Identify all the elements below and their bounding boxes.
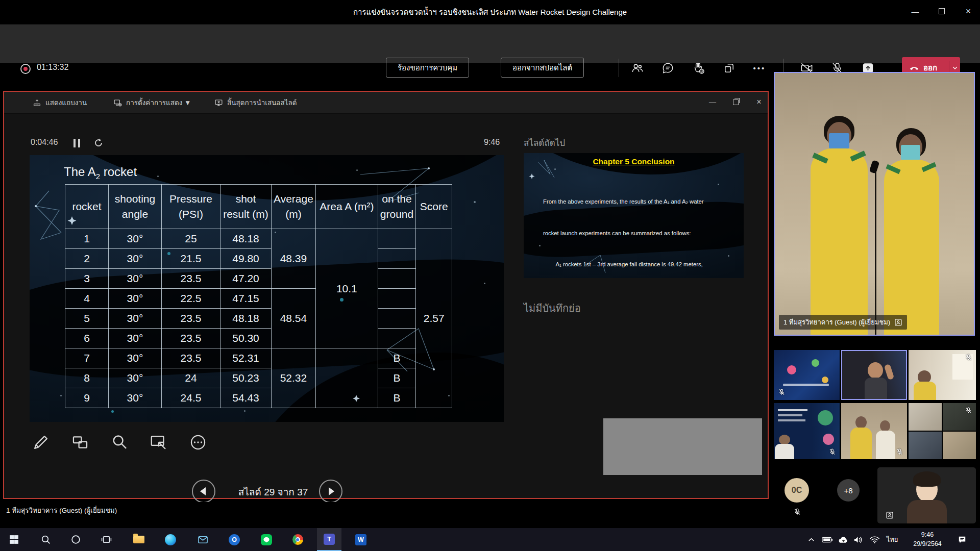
line-button[interactable]: [254, 528, 279, 551]
display-settings-icon: [113, 98, 122, 107]
slide-title: The A2 rocket: [64, 165, 137, 181]
chrome-button[interactable]: [285, 528, 310, 551]
table-cell-area-a: 10.1: [315, 229, 378, 348]
search-icon: [40, 534, 51, 545]
teams-button-active[interactable]: T: [317, 528, 341, 551]
volume-tray-icon[interactable]: [851, 528, 866, 551]
table-cell: 7: [65, 348, 109, 368]
ppt-show-taskbar-button[interactable]: แสดงแถบงาน: [33, 96, 87, 109]
mail-button[interactable]: [190, 528, 215, 551]
ppt-minimize-button[interactable]: —: [704, 95, 721, 109]
ellipsis-icon: •••: [753, 64, 766, 72]
overflow-participant-avatar[interactable]: 0C: [785, 478, 809, 503]
ppt-restore-button[interactable]: [727, 95, 744, 109]
end-slideshow-label: สิ้นสุดการนำเสนอสไลด์: [227, 97, 297, 108]
edge-icon: [165, 534, 176, 545]
main-participant-name-overlay: 1 ทีมสุรวิทยาคาร (Guest) (ผู้เยี่ยมชม): [779, 315, 907, 330]
participants-button[interactable]: [626, 57, 648, 79]
outlook-button[interactable]: O: [222, 528, 247, 551]
table-cell: 30°: [109, 229, 162, 249]
pause-icon: [78, 139, 80, 147]
language-indicator[interactable]: ไทย: [883, 528, 901, 551]
window-close-button[interactable]: ×: [957, 1, 980, 21]
wifi-tray-icon[interactable]: [867, 528, 881, 551]
cortana-button[interactable]: [63, 528, 88, 551]
request-control-button[interactable]: ร้องขอการควบคุม: [386, 58, 469, 78]
more-participants-badge[interactable]: +8: [837, 479, 860, 502]
breakout-rooms-icon: [722, 61, 736, 75]
participant-thumbnail[interactable]: [774, 350, 840, 400]
onedrive-tray-icon[interactable]: [836, 528, 850, 551]
table-cell-score: 2.57: [416, 229, 452, 408]
action-center-button[interactable]: [953, 528, 971, 551]
teams-icon: T: [324, 534, 335, 545]
replay-button[interactable]: [93, 137, 104, 148]
people-icon: [630, 61, 644, 75]
slide-thumbnails-button[interactable]: [69, 431, 91, 454]
slides-grid-icon: [70, 433, 90, 452]
start-button[interactable]: [2, 528, 26, 551]
participant-thumbnail[interactable]: [774, 403, 840, 459]
laser-pointer-button[interactable]: [148, 431, 170, 454]
table-row: 3 30° 23.5 47.20: [65, 269, 452, 289]
previous-slide-button[interactable]: [192, 480, 215, 503]
taskbar-clock[interactable]: 9:46 29/9/2564: [904, 530, 950, 548]
window-restore-button[interactable]: [930, 1, 953, 21]
table-cell: 5: [65, 309, 109, 329]
next-slide-button[interactable]: [319, 480, 342, 503]
table-cell: [378, 329, 415, 348]
taskbar-search-button[interactable]: [33, 528, 58, 551]
file-explorer-button[interactable]: [127, 528, 151, 551]
toolbar-divider: [619, 59, 619, 77]
participant-thumbnail[interactable]: [909, 350, 976, 400]
table-cell: [378, 289, 415, 309]
table-cell: 52.31: [220, 348, 272, 368]
table-header-row: rocket shooting angle Pressure (PSI) sho…: [65, 185, 452, 229]
table-row: 8 30° 24 50.23 B: [65, 368, 452, 388]
table-cell: 24.5: [162, 388, 220, 408]
pen-tool-button[interactable]: [30, 431, 52, 454]
breakout-rooms-button[interactable]: [718, 57, 740, 79]
meeting-toolbar: 01:13:32 ร้องขอการควบคุม ออกจากสปอดไลต์ …: [0, 24, 980, 63]
table-cell: 50.23: [220, 368, 272, 388]
zoom-tool-button[interactable]: [108, 431, 131, 454]
arrow-left-icon: [200, 487, 206, 495]
table-cell: 21.5: [162, 249, 220, 269]
battery-tray-icon[interactable]: [820, 528, 835, 551]
ppt-display-settings-button[interactable]: การตั้งค่าการแสดง ▼: [113, 96, 191, 109]
table-cell-average: 48.39: [272, 229, 316, 289]
more-circle-icon: [188, 433, 208, 452]
table-cell: 2: [65, 249, 109, 269]
table-cell: 8: [65, 368, 109, 388]
table-row: 7 30° 23.5 52.31 52.32 B: [65, 348, 452, 368]
pause-button[interactable]: [74, 139, 83, 148]
window-minimize-button[interactable]: —: [903, 1, 927, 21]
edge-button[interactable]: [158, 528, 183, 551]
tray-expand-button[interactable]: [804, 528, 818, 551]
presenter-name: 1 ทีมสุรวิทยาคาร (Guest) (ผู้เยี่ยมชม): [6, 505, 117, 516]
chat-button[interactable]: [656, 57, 679, 79]
more-options-button[interactable]: •••: [748, 57, 771, 79]
playback-elapsed-time: 0:04:46: [31, 138, 58, 147]
table-header: Area A (m²): [315, 185, 378, 229]
ppt-close-button[interactable]: ×: [750, 95, 768, 109]
participant-thumbnail[interactable]: [841, 403, 907, 459]
mic-off-icon: [793, 508, 801, 516]
self-video-tile[interactable]: [877, 467, 976, 523]
word-button[interactable]: W: [349, 528, 373, 551]
more-slide-options-button[interactable]: [187, 431, 209, 454]
main-participant-video[interactable]: 1 ทีมสุรวิทยาคาร (Guest) (ผู้เยี่ยมชม): [774, 72, 975, 336]
exit-spotlight-button[interactable]: ออกจากสปอดไลต์: [501, 58, 584, 78]
table-cell: 47.15: [220, 289, 272, 309]
raised-hand-icon: [692, 61, 705, 75]
table-cell: 30°: [109, 269, 162, 289]
participant-thumbnail-grid[interactable]: [909, 403, 976, 459]
participant-thumbnail-speaking[interactable]: [841, 350, 907, 400]
main-participant-name: 1 ทีมสุรวิทยาคาร (Guest) (ผู้เยี่ยมชม): [783, 317, 890, 328]
ppt-end-slideshow-button[interactable]: สิ้นสุดการนำเสนอสไลด์: [214, 96, 297, 109]
next-slide-title: Chapter 5 Conclusion: [524, 157, 744, 166]
raise-hand-button[interactable]: [687, 57, 709, 79]
folder-icon: [133, 536, 144, 543]
task-view-button[interactable]: [94, 528, 118, 551]
chat-icon: [661, 61, 675, 75]
